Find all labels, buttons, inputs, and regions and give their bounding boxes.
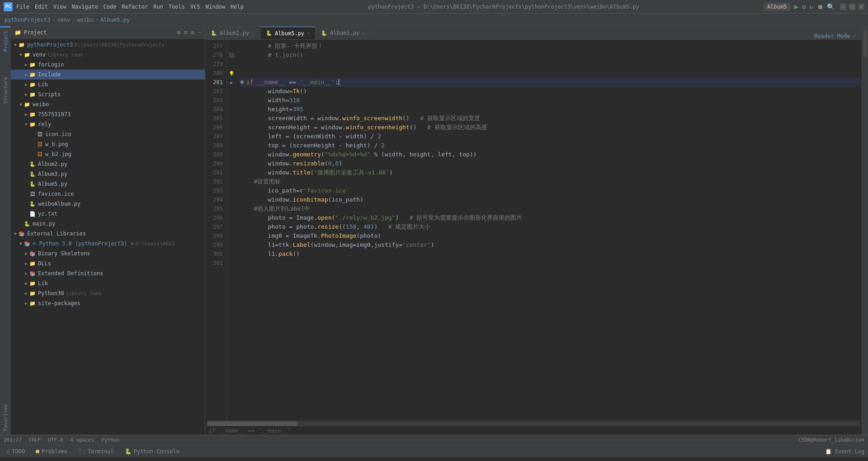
tab-album2[interactable]: 🐍 Album2.py ✕ — [205, 27, 260, 39]
reader-mode-button[interactable]: Reader Mode ✓ — [814, 33, 862, 39]
bottom-tab-todo[interactable]: ☑ TODO — [4, 446, 28, 457]
menu-refactor[interactable]: Refactor — [122, 4, 148, 10]
breadcrumb-sep3: › — [95, 17, 99, 23]
arrow-icon: ▼ — [24, 122, 29, 127]
debug-button[interactable]: ⚙ — [802, 3, 806, 10]
tree-item-mainpy[interactable]: 🐍 main.py — [11, 219, 205, 229]
tab-album5-close[interactable]: ✕ — [307, 31, 310, 36]
tree-item-lib-ext[interactable]: ▶ 📁 Lib — [11, 278, 205, 288]
weiboalbum-name: weiboAlbum.py — [38, 201, 80, 207]
menu-navigate[interactable]: Navigate — [72, 4, 98, 10]
binary-skeletons-name: Binary Skeletons — [38, 250, 90, 257]
tab-album3[interactable]: 🐍 Album3.py ✕ — [316, 27, 371, 39]
run-arrow-icon[interactable]: ▶ — [230, 80, 233, 85]
close-panel-icon[interactable]: — — [198, 29, 201, 36]
tree-item-python38[interactable]: ▼ 📚 < Python 3.8 (pythonProject3) > D:\U… — [11, 239, 205, 249]
tab-album2-close[interactable]: ✕ — [252, 31, 255, 36]
breadcrumb-weibo[interactable]: weibo — [77, 17, 94, 23]
num-folder-name: 7557531973 — [38, 111, 71, 118]
menu-run[interactable]: Run — [153, 4, 163, 10]
gutter-284 — [227, 105, 236, 114]
tab-album5[interactable]: 🐍 Album5.py ✕ — [260, 27, 316, 39]
event-log-button[interactable]: 📋 Event Log — [825, 448, 864, 455]
code-line-287: left = ( screenWidth - width ) / 2 — [240, 132, 862, 141]
tree-item-python38-lib[interactable]: ▶ 📁 Python38 library root — [11, 288, 205, 298]
code-line-284: height = 395 — [240, 105, 862, 114]
menu-tools[interactable]: Tools — [169, 4, 185, 10]
menu-file[interactable]: File — [16, 4, 29, 10]
code-line-281: ⏺ if __name__ == '__main__' : — [240, 78, 862, 87]
tree-item-binary-skeletons[interactable]: ▶ 📚 Binary Skeletons — [11, 249, 205, 259]
right-scrollbar-thumb[interactable] — [863, 30, 867, 57]
tree-item-extended-defs[interactable]: ▶ 📚 Extended Definitions — [11, 268, 205, 278]
close-button[interactable]: ✕ — [858, 4, 864, 10]
menu-code[interactable]: Code — [104, 4, 117, 10]
refresh-button[interactable]: ↻ — [810, 3, 813, 10]
breadcrumb-venv[interactable]: venv — [57, 17, 70, 23]
tree-item-include[interactable]: ▶ 📁 Include — [11, 70, 205, 80]
tree-item-weibo[interactable]: ▼ 📁 weibo — [11, 99, 205, 109]
tree-item-root[interactable]: ▼ 📁 pythonProject3 D:\Users\86138\Pychar… — [11, 40, 205, 50]
tree-item-yztxt[interactable]: 📄 yz.txt — [11, 209, 205, 219]
status-lang[interactable]: Python — [101, 437, 119, 443]
stop-button[interactable]: ⏹ — [817, 3, 823, 10]
tree-item-icon-ico[interactable]: 🖼 icon.ico — [11, 129, 205, 139]
tree-item-venv[interactable]: ▼ 📁 venv library root — [11, 50, 205, 60]
code-line-282: window = Tk () — [240, 87, 862, 96]
arrow-icon: ▶ — [24, 72, 29, 77]
minimize-button[interactable]: — — [840, 4, 846, 10]
tree-item-weiboalbum[interactable]: 🐍 weiboAlbum.py — [11, 199, 205, 209]
tree-item-album3[interactable]: 🐍 Album3.py — [11, 169, 205, 179]
run-config[interactable]: Album5 — [764, 3, 790, 11]
tab-album2-icon: 🐍 — [211, 30, 217, 36]
code-content[interactable]: # 阻塞--卡死界面！ # t.join() ⏺ if — [236, 40, 862, 420]
bottom-tab-terminal[interactable]: ⬛ Terminal — [76, 446, 117, 457]
menu-view[interactable]: View — [53, 4, 66, 10]
tree-item-scripts[interactable]: ▶ 📁 Scripts — [11, 89, 205, 99]
tree-item-forlogin[interactable]: ▶ 📁 forLogin — [11, 60, 205, 70]
status-indent[interactable]: 4 spaces — [70, 437, 94, 443]
expand-all-icon[interactable]: ⊞ — [177, 29, 180, 36]
arrow-icon: ▼ — [13, 231, 18, 236]
breadcrumb-file[interactable]: Album5.py — [100, 17, 130, 23]
tree-item-favicon[interactable]: 🖼 favicon.ico — [11, 189, 205, 199]
bottom-tab-problems[interactable]: Problems — [33, 446, 71, 457]
code-editor[interactable]: 277 278 279 280 281 282 283 284 285 286 … — [205, 40, 862, 420]
status-line-endings[interactable]: CRLF — [29, 437, 41, 443]
sidebar-label-structure[interactable]: Structure — [0, 73, 10, 108]
menu-vcs[interactable]: VCS — [190, 4, 200, 10]
tree-item-album5[interactable]: 🐍 Album5.py — [11, 179, 205, 189]
tree-item-rely[interactable]: ▼ 📁 rely — [11, 119, 205, 129]
scrollbar-thumb[interactable] — [207, 421, 297, 426]
menu-help[interactable]: Help — [231, 4, 244, 10]
sidebar-label-project[interactable]: Project — [0, 26, 10, 55]
tree-item-site-packages[interactable]: ▶ 📁 site-packages — [11, 298, 205, 308]
forlogin-name: forLogin — [38, 61, 64, 68]
tree-item-album2[interactable]: 🐍 Album2.py — [11, 159, 205, 169]
settings-icon[interactable]: ⚙ — [191, 29, 194, 36]
collapse-all-icon[interactable]: ⊟ — [184, 29, 187, 36]
tree-item-wb-png[interactable]: 🖼 w_b.png — [11, 139, 205, 149]
maximize-button[interactable]: □ — [849, 4, 855, 10]
sidebar-label-favorites[interactable]: Favorites — [0, 400, 10, 435]
tree-item-wb2-jpg[interactable]: 🖼 w_b2.jpg — [11, 149, 205, 159]
breadcrumb-project[interactable]: pythonProject3 — [5, 17, 50, 23]
horizontal-scrollbar[interactable] — [205, 420, 862, 426]
event-log-label: Event Log — [835, 448, 864, 455]
favicon-name: favicon.ico — [38, 191, 74, 197]
tree-item-7557531973[interactable]: ▶ 📁 7557531973 — [11, 109, 205, 119]
search-everywhere[interactable]: 🔍 — [827, 3, 835, 10]
code-line-292: #设置图标 — [240, 177, 862, 186]
bottom-tab-python-console[interactable]: 🐍 Python Console — [122, 446, 182, 457]
tab-album5-icon: 🐍 — [266, 30, 272, 36]
tree-item-dlls[interactable]: ▶ 📁 DLLs — [11, 259, 205, 268]
status-encoding[interactable]: UTF-8 — [48, 437, 63, 443]
menu-window[interactable]: Window — [206, 4, 225, 10]
tree-item-external-libs[interactable]: ▼ 📚 External Libraries — [11, 229, 205, 239]
menu-edit[interactable]: Edit — [35, 4, 48, 10]
run-button[interactable]: ▶ — [794, 2, 798, 11]
tab-album3-close[interactable]: ✕ — [362, 31, 365, 36]
gutter-278-bp[interactable]: ⬛ — [227, 51, 236, 60]
tree-item-lib[interactable]: ▶ 📁 Lib — [11, 80, 205, 89]
gutter-297 — [227, 222, 236, 231]
